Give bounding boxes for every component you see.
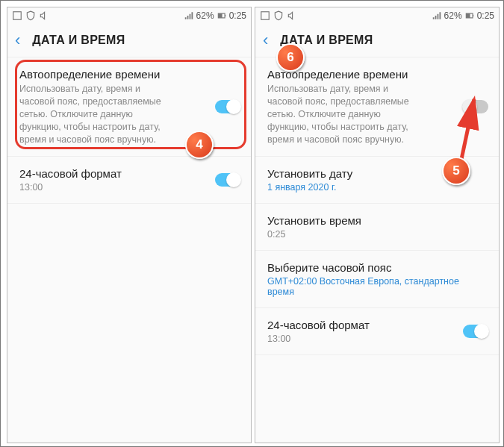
row-timezone[interactable]: Выберите часовой пояс GMT+02:00 Восточна… [255,251,499,308]
row-24h-format[interactable]: 24-часовой формат 13:00 [255,308,499,355]
screen-header: ‹ ДАТА И ВРЕМЯ [7,24,251,57]
svg-rect-2 [218,13,222,18]
auto-time-toggle[interactable] [215,100,240,113]
clock-text: 0:25 [229,10,246,21]
row-auto-time[interactable]: Автоопределение времени Использовать дат… [7,57,251,157]
clock-text: 0:25 [477,10,494,21]
auto-time-title: Автоопределение времени [19,68,239,81]
svg-rect-3 [225,15,225,16]
signal-icon [432,10,442,21]
fmt24-toggle[interactable] [463,325,488,338]
screenshot-icon [260,10,270,21]
row-auto-time[interactable]: Автоопределение времени Использовать дат… [255,57,499,157]
back-icon[interactable]: ‹ [263,32,268,49]
set-time-title: Установить время [267,214,487,227]
phone-right: 62% 0:25 ‹ ДАТА И ВРЕМЯ Автоопределение … [255,7,500,443]
auto-time-desc: Использовать дату, время и часовой пояс,… [267,83,424,146]
status-bar: 62% 0:25 [7,7,251,24]
screenshot-icon [12,10,22,21]
status-bar: 62% 0:25 [255,7,499,24]
fmt24-title: 24-часовой формат [19,167,239,180]
screenshot-pair: 62% 0:25 ‹ ДАТА И ВРЕМЯ Автоопределение … [0,0,504,447]
auto-time-title: Автоопределение времени [267,68,487,81]
fmt24-toggle[interactable] [215,173,240,187]
battery-icon [217,10,227,21]
shield-icon [273,10,284,21]
shield-icon [25,10,36,21]
set-time-value: 0:25 [267,229,487,240]
battery-text: 62% [196,10,214,21]
battery-text: 62% [444,10,462,21]
page-title: ДАТА И ВРЕМЯ [32,34,125,47]
fmt24-title: 24-часовой формат [267,319,487,331]
callout-badge-4: 4 [185,131,214,159]
svg-rect-4 [261,12,270,20]
callout-badge-6: 6 [276,43,305,72]
callout-badge-5: 5 [442,157,470,185]
tz-value: GMT+02:00 Восточная Европа, стандартное … [267,276,487,297]
fmt24-value: 13:00 [267,334,487,344]
svg-rect-6 [466,13,470,18]
svg-rect-7 [473,15,473,16]
auto-time-toggle[interactable] [463,100,488,113]
phone-left: 62% 0:25 ‹ ДАТА И ВРЕМЯ Автоопределение … [7,7,252,443]
signal-icon [184,10,194,21]
fmt24-value: 13:00 [19,182,239,193]
row-24h-format[interactable]: 24-часовой формат 13:00 [7,157,251,204]
tz-title: Выберите часовой пояс [267,261,487,274]
row-set-time[interactable]: Установить время 0:25 [255,204,499,251]
auto-time-desc: Использовать дату, время и часовой пояс,… [19,83,176,146]
back-icon[interactable]: ‹ [15,32,20,49]
speaker-icon [39,10,49,21]
svg-rect-0 [13,12,22,20]
battery-icon [464,10,475,21]
speaker-icon [287,10,297,21]
